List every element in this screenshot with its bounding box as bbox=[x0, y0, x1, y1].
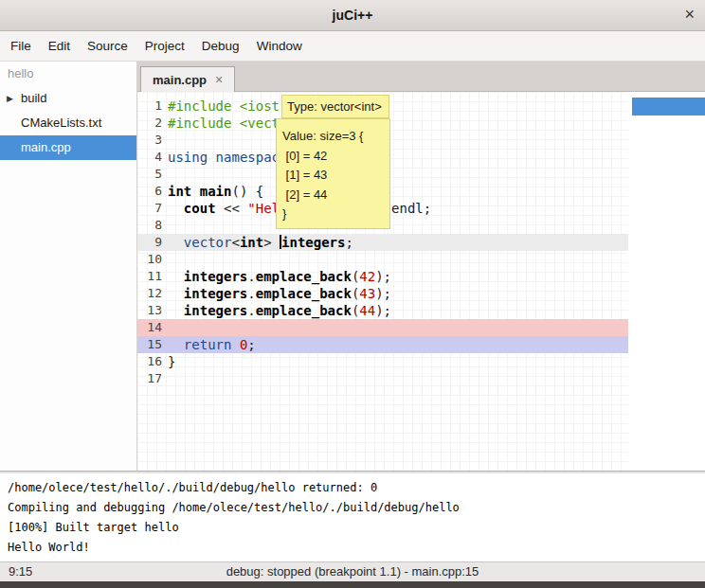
line-number[interactable]: 2 bbox=[137, 115, 168, 132]
code-line[interactable]: 14 bbox=[137, 319, 628, 336]
tree-item-label: CMakeLists.txt bbox=[21, 116, 101, 130]
code-line[interactable]: 16} bbox=[137, 353, 628, 370]
window-bottom-edge bbox=[0, 581, 705, 588]
tree-item-label: build bbox=[21, 91, 46, 105]
code-line-text: } bbox=[168, 353, 175, 370]
line-number[interactable]: 5 bbox=[137, 166, 168, 183]
code-line-text: int main() { bbox=[168, 183, 263, 200]
debug-value-tooltip: Value: size=3 { [0] = 42 [1] = 43 [2] = … bbox=[276, 118, 390, 229]
line-number[interactable]: 1 bbox=[137, 98, 168, 115]
line-number[interactable]: 12 bbox=[137, 285, 168, 302]
menu-source[interactable]: Source bbox=[79, 32, 136, 60]
scrollbar-track[interactable] bbox=[628, 92, 705, 471]
line-number[interactable]: 3 bbox=[137, 132, 168, 149]
tabbar: main.cpp × bbox=[137, 62, 705, 92]
code-line[interactable]: 12 integers.emplace_back(43); bbox=[137, 285, 628, 302]
line-number[interactable]: 14 bbox=[137, 319, 168, 336]
menu-window[interactable]: Window bbox=[248, 32, 311, 60]
code-line[interactable]: 10 bbox=[137, 251, 628, 268]
line-number[interactable]: 15 bbox=[137, 336, 168, 353]
code-line[interactable]: 11 integers.emplace_back(42); bbox=[137, 268, 628, 285]
line-number[interactable]: 8 bbox=[137, 217, 168, 234]
status-time: 9:15 bbox=[9, 562, 32, 581]
expander-icon[interactable]: ▶ bbox=[7, 86, 13, 111]
code-line[interactable]: 13 integers.emplace_back(44); bbox=[137, 302, 628, 319]
line-number[interactable]: 9 bbox=[137, 234, 168, 251]
menubar: File Edit Source Project Debug Window bbox=[0, 31, 705, 62]
terminal-output: /home/olece/test/hello/./build/debug/hel… bbox=[0, 473, 705, 561]
code-line-text: vector<int> integers; bbox=[168, 234, 353, 251]
tree-item-build[interactable]: ▶ build bbox=[0, 86, 136, 111]
titlebar: juCi++ × bbox=[0, 0, 705, 31]
line-number[interactable]: 4 bbox=[137, 149, 168, 166]
status-message: debug: stopped (breakpoint 1.1) - main.c… bbox=[0, 562, 705, 581]
menu-file[interactable]: File bbox=[2, 32, 40, 60]
code-line[interactable]: 9 vector<int> integers; bbox=[137, 234, 628, 251]
terminal-line: /home/olece/test/hello/./build/debug/hel… bbox=[8, 478, 697, 498]
statusbar: 9:15 debug: stopped (breakpoint 1.1) - m… bbox=[0, 561, 705, 581]
terminal-line: Compiling and debugging /home/olece/test… bbox=[8, 498, 697, 518]
tab-maincpp[interactable]: main.cpp × bbox=[140, 66, 235, 92]
terminal-line: [100%] Built target hello bbox=[8, 518, 697, 538]
menu-edit[interactable]: Edit bbox=[40, 32, 79, 60]
line-number[interactable]: 16 bbox=[137, 353, 168, 370]
app-window: juCi++ × File Edit Source Project Debug … bbox=[0, 0, 705, 588]
line-number[interactable]: 6 bbox=[137, 183, 168, 200]
debug-type-tooltip: Type: vector<int> bbox=[281, 95, 389, 118]
code-line-text: integers.emplace_back(42); bbox=[168, 268, 391, 285]
line-number[interactable]: 11 bbox=[137, 268, 168, 285]
line-number[interactable]: 17 bbox=[137, 370, 168, 387]
close-icon[interactable]: × bbox=[684, 5, 695, 25]
terminal-line: Hello World! bbox=[8, 538, 697, 558]
project-name-label: hello bbox=[0, 62, 136, 86]
tree-item-maincpp[interactable]: main.cpp bbox=[0, 135, 136, 160]
code-line[interactable]: 17 bbox=[137, 370, 628, 387]
tree-item-label: main.cpp bbox=[21, 140, 71, 154]
line-number[interactable]: 10 bbox=[137, 251, 168, 268]
scrollbar-thumb[interactable] bbox=[632, 98, 705, 116]
code-line-text: integers.emplace_back(44); bbox=[168, 302, 391, 319]
line-number[interactable]: 7 bbox=[137, 200, 168, 217]
tab-close-icon[interactable]: × bbox=[215, 72, 223, 87]
code-line-text: integers.emplace_back(43); bbox=[168, 285, 391, 302]
tree-item-cmakelists[interactable]: CMakeLists.txt bbox=[0, 111, 136, 135]
line-number[interactable]: 13 bbox=[137, 302, 168, 319]
tab-label: main.cpp bbox=[153, 73, 207, 87]
menu-debug[interactable]: Debug bbox=[193, 32, 248, 60]
code-line[interactable]: 15 return 0; bbox=[137, 336, 628, 353]
menu-project[interactable]: Project bbox=[136, 32, 193, 60]
file-tree-panel: hello ▶ build CMakeLists.txt main.cpp bbox=[0, 62, 137, 471]
window-title: juCi++ bbox=[0, 8, 705, 23]
code-line-text: return 0; bbox=[168, 336, 256, 353]
code-editor[interactable]: 1#include <iostream>2#include <vector>34… bbox=[137, 92, 628, 471]
